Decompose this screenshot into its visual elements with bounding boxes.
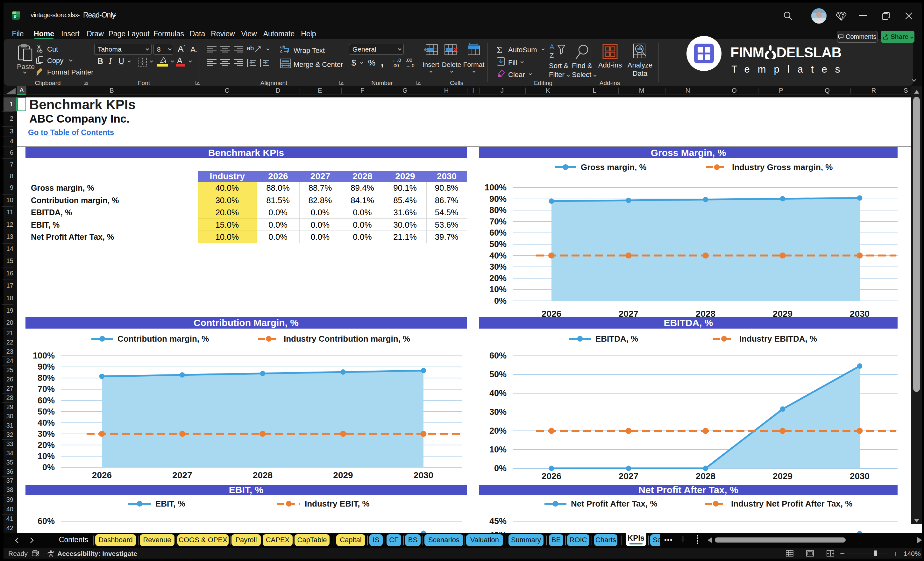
svg-text:EBITDA, %: EBITDA, % <box>596 334 638 344</box>
svg-text:30%: 30% <box>489 262 507 272</box>
svg-text:Z: Z <box>549 52 554 60</box>
svg-text:10%: 10% <box>38 452 55 461</box>
svg-text:60%: 60% <box>38 396 55 405</box>
svg-text:60%: 60% <box>489 228 507 237</box>
svg-text:100%: 100% <box>33 351 55 360</box>
svg-text:Industry Gross margin, %: Industry Gross margin, % <box>732 162 832 172</box>
svg-text:2026: 2026 <box>542 471 561 481</box>
svg-text:Contribution margin, %: Contribution margin, % <box>117 334 209 344</box>
svg-text:60%: 60% <box>489 351 507 360</box>
svg-text:Industry Contribution margin,: Industry Contribution margin, % <box>284 334 410 344</box>
svg-text:90%: 90% <box>489 194 507 204</box>
svg-text:80%: 80% <box>489 206 507 215</box>
svg-text:40%: 40% <box>489 388 507 398</box>
svg-text:70%: 70% <box>38 384 55 394</box>
svg-text:70%: 70% <box>489 217 507 226</box>
svg-text:2028: 2028 <box>696 471 716 481</box>
svg-text:2029: 2029 <box>773 309 792 319</box>
svg-text:2026: 2026 <box>92 470 112 480</box>
svg-text:c: c <box>280 49 282 54</box>
svg-text:90%: 90% <box>38 362 55 372</box>
svg-text:40%: 40% <box>489 251 507 261</box>
svg-text:Gross margin, %: Gross margin, % <box>581 162 646 172</box>
svg-text:Net Profit After Tax, %: Net Profit After Tax, % <box>571 499 657 508</box>
svg-text:Industry EBIT, %: Industry EBIT, % <box>305 499 370 508</box>
svg-text:0%: 0% <box>494 464 507 473</box>
svg-text:2026: 2026 <box>542 309 561 319</box>
svg-text:50%: 50% <box>489 239 507 249</box>
svg-text:2030: 2030 <box>850 471 870 481</box>
svg-text:2027: 2027 <box>172 470 192 480</box>
svg-text:45%: 45% <box>489 516 507 526</box>
svg-text:2030: 2030 <box>414 470 434 480</box>
svg-text:Industry EBITDA, %: Industry EBITDA, % <box>740 334 817 344</box>
svg-text:EBIT, %: EBIT, % <box>155 499 185 508</box>
svg-text:40%: 40% <box>489 530 507 532</box>
svg-text:2029: 2029 <box>333 470 353 480</box>
svg-text:20%: 20% <box>38 440 55 450</box>
svg-text:Industry Net Profit After Tax,: Industry Net Profit After Tax, % <box>731 499 852 508</box>
svg-text:0%: 0% <box>494 296 507 306</box>
svg-text:2028: 2028 <box>253 470 273 480</box>
svg-text:80%: 80% <box>38 373 55 383</box>
svg-text:100%: 100% <box>484 183 507 192</box>
svg-text:30%: 30% <box>489 407 507 417</box>
svg-text:0%: 0% <box>42 463 55 472</box>
svg-text:x: x <box>14 14 16 19</box>
svg-text:2027: 2027 <box>619 471 638 481</box>
svg-text:50%: 50% <box>38 407 55 417</box>
svg-text:10%: 10% <box>489 445 507 454</box>
svg-text:60%: 60% <box>38 516 55 526</box>
svg-text:10%: 10% <box>489 285 507 294</box>
svg-text:A: A <box>549 43 554 51</box>
svg-text:20%: 20% <box>489 426 507 435</box>
svg-text:20%: 20% <box>489 273 507 283</box>
svg-text:2029: 2029 <box>773 471 792 481</box>
svg-text:2028: 2028 <box>696 309 716 319</box>
svg-text:50%: 50% <box>489 370 507 379</box>
svg-text:40%: 40% <box>38 418 55 428</box>
svg-text:2030: 2030 <box>850 309 870 319</box>
svg-text:30%: 30% <box>38 429 55 439</box>
svg-text:2027: 2027 <box>619 309 638 319</box>
